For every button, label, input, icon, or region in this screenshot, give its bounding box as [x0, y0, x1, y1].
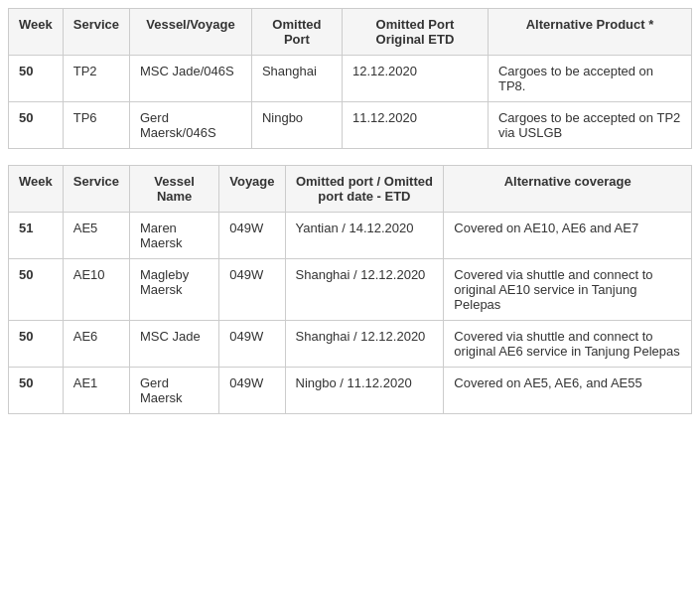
t2-omitted-port-date-3: Ningbo / 11.12.2020 — [285, 368, 444, 414]
t2-vessel-name-3: Gerd Maersk — [130, 368, 219, 414]
t2-alternative-1: Covered via shuttle and connect to origi… — [444, 259, 692, 321]
table2-header-vessel-name: Vessel Name — [130, 166, 219, 213]
t1-week-1: 50 — [9, 102, 64, 149]
t2-vessel-name-1: Magleby Maersk — [130, 259, 219, 321]
t2-week-3: 50 — [9, 368, 64, 414]
t1-alternative-0: Cargoes to be accepted on TP8. — [488, 56, 691, 102]
t2-service-2: AE6 — [63, 321, 129, 368]
t2-service-3: AE1 — [63, 368, 129, 414]
t2-omitted-port-date-0: Yantian / 14.12.2020 — [285, 213, 444, 259]
t2-alternative-0: Covered on AE10, AE6 and AE7 — [444, 213, 692, 259]
t2-omitted-port-date-2: Shanghai / 12.12.2020 — [285, 321, 444, 368]
page-wrapper: Week Service Vessel/Voyage Omitted Port … — [0, 0, 700, 438]
t1-service-1: TP6 — [63, 102, 129, 149]
t1-service-0: TP2 — [63, 56, 129, 102]
table1-header-alternative: Alternative Product * — [488, 9, 691, 56]
table-row: 50AE10Magleby Maersk049WShanghai / 12.12… — [9, 259, 692, 321]
t2-alternative-2: Covered via shuttle and connect to origi… — [444, 321, 692, 368]
t2-week-0: 51 — [9, 213, 64, 259]
t1-omitted-port-0: Shanghai — [251, 56, 342, 102]
table2-header-service: Service — [63, 166, 129, 213]
table-row: 50TP6Gerd Maersk/046SNingbo11.12.2020Car… — [9, 102, 692, 149]
t2-week-1: 50 — [9, 259, 64, 321]
table-row: 50TP2MSC Jade/046SShanghai12.12.2020Carg… — [9, 56, 692, 102]
t1-etd-0: 12.12.2020 — [342, 56, 488, 102]
table1-header-week: Week — [9, 9, 64, 56]
t2-alternative-3: Covered on AE5, AE6, and AE55 — [444, 368, 692, 414]
table-row: 51AE5Maren Maersk049WYantian / 14.12.202… — [9, 213, 692, 259]
t2-voyage-1: 049W — [219, 259, 285, 321]
t2-vessel-name-2: MSC Jade — [130, 321, 219, 368]
t1-etd-1: 11.12.2020 — [342, 102, 488, 149]
t2-service-1: AE10 — [63, 259, 129, 321]
t2-voyage-0: 049W — [219, 213, 285, 259]
table-1: Week Service Vessel/Voyage Omitted Port … — [8, 8, 692, 149]
table1-header-omitted-port: Omitted Port — [251, 9, 342, 56]
table2-header-week: Week — [9, 166, 64, 213]
table-row: 50AE6MSC Jade049WShanghai / 12.12.2020Co… — [9, 321, 692, 368]
table2-header-omitted-port-date: Omitted port / Omitted port date - ETD — [285, 166, 444, 213]
t1-alternative-1: Cargoes to be accepted on TP2 via USLGB — [488, 102, 691, 149]
t2-omitted-port-date-1: Shanghai / 12.12.2020 — [285, 259, 444, 321]
t2-week-2: 50 — [9, 321, 64, 368]
t1-week-0: 50 — [9, 56, 64, 102]
table1-header-service: Service — [63, 9, 129, 56]
t2-voyage-2: 049W — [219, 321, 285, 368]
table-2: Week Service Vessel Name Voyage Omitted … — [8, 165, 692, 414]
t1-vessel-voyage-1: Gerd Maersk/046S — [130, 102, 252, 149]
table2-header-voyage: Voyage — [219, 166, 285, 213]
table2-header-alternative: Alternative coverage — [444, 166, 692, 213]
table1-header-vessel-voyage: Vessel/Voyage — [130, 9, 252, 56]
t2-voyage-3: 049W — [219, 368, 285, 414]
t1-vessel-voyage-0: MSC Jade/046S — [130, 56, 252, 102]
table1-header-etd: Omitted Port Original ETD — [342, 9, 488, 56]
table-row: 50AE1Gerd Maersk049WNingbo / 11.12.2020C… — [9, 368, 692, 414]
t2-service-0: AE5 — [63, 213, 129, 259]
t1-omitted-port-1: Ningbo — [251, 102, 342, 149]
t2-vessel-name-0: Maren Maersk — [130, 213, 219, 259]
